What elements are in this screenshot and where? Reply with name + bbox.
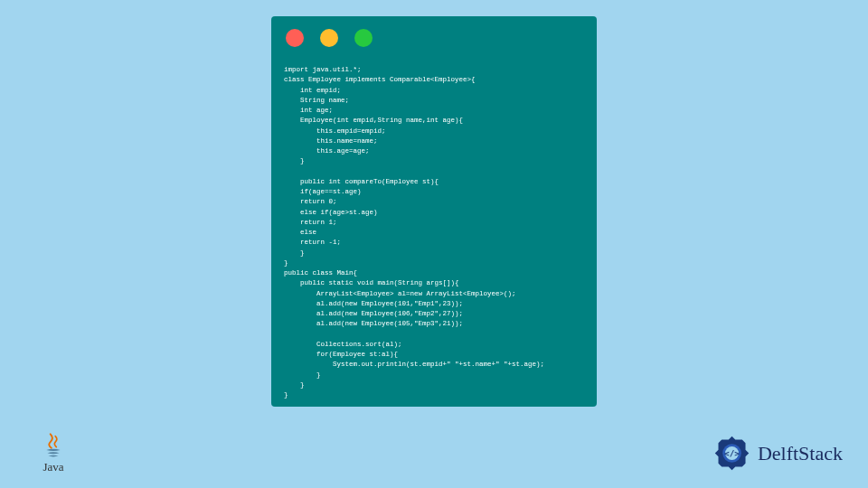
code-line: System.out.println(st.empid+" "+st.name+… [284, 361, 544, 368]
delftstack-logo: </> DelftStack [712, 433, 843, 474]
code-line: } [284, 371, 321, 379]
code-line: class Employee implements Comparable<Emp… [284, 76, 476, 83]
maximize-icon [354, 29, 373, 47]
code-line: Employee(int empid,String name,int age){ [284, 117, 463, 124]
code-line: else [284, 229, 316, 236]
code-line: if(age==st.age) [284, 188, 362, 195]
code-line: public static void main(String args[]){ [284, 279, 459, 286]
code-line: this.empid=empid; [284, 127, 386, 135]
code-line: al.add(new Employee(101,"Emp1",23)); [284, 300, 463, 307]
java-cup-icon [43, 433, 63, 458]
code-line: for(Employee st:al){ [284, 351, 398, 358]
code-line: Collections.sort(al); [284, 341, 402, 348]
delftstack-gear-icon: </> [712, 433, 752, 474]
code-line: public class Main{ [284, 269, 357, 277]
code-line: } [284, 259, 288, 267]
code-line: else if(age>st.age) [284, 209, 378, 216]
code-line: al.add(new Employee(105,"Emp3",21)); [284, 320, 463, 327]
java-logo: Java [34, 425, 72, 474]
close-icon [286, 29, 304, 47]
code-line: import java.util.*; [284, 66, 362, 73]
code-line: } [284, 249, 305, 257]
java-logo-text: Java [42, 460, 63, 474]
code-line: public int compareTo(Employee st){ [284, 178, 439, 185]
code-line: int empid; [284, 87, 341, 94]
code-line: ArrayList<Employee> al=new ArrayList<Emp… [284, 290, 516, 297]
code-line: } [284, 381, 305, 389]
code-line: } [284, 391, 288, 399]
code-line: } [284, 157, 305, 164]
traffic-lights [284, 29, 584, 47]
code-line: String name; [284, 97, 349, 104]
code-window: import java.util.*; class Employee imple… [271, 16, 597, 407]
code-line: return 0; [284, 198, 337, 205]
code-line: return 1; [284, 219, 337, 226]
minimize-icon [320, 29, 338, 47]
code-line: al.add(new Employee(106,"Emp2",27)); [284, 310, 463, 317]
code-line: return -1; [284, 239, 341, 246]
code-line: this.name=name; [284, 137, 378, 145]
code-line: this.age=age; [284, 147, 370, 155]
code-line: int age; [284, 107, 333, 114]
delftstack-logo-text: DelftStack [758, 442, 843, 465]
svg-text:</>: </> [724, 448, 740, 458]
code-content: import java.util.*; class Employee imple… [284, 65, 584, 400]
